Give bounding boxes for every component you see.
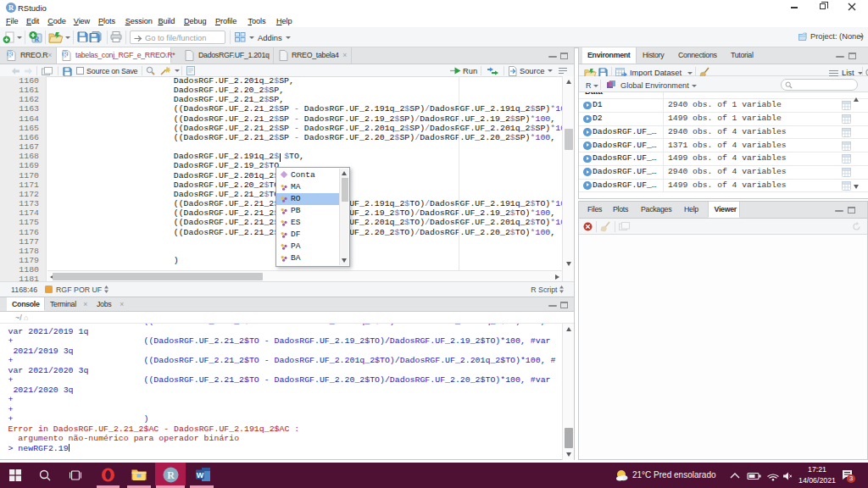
svg-text:R: R <box>167 469 175 481</box>
svg-text:R: R <box>8 51 13 58</box>
svg-text:W: W <box>197 471 204 480</box>
svg-text:R: R <box>63 51 68 58</box>
